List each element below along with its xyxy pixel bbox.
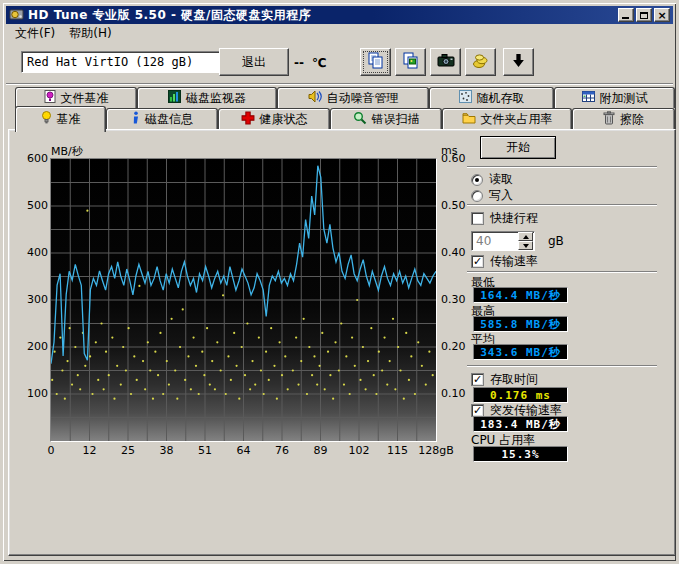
donate-hand-icon: [472, 53, 490, 72]
read-radio[interactable]: [471, 174, 483, 186]
bulb-icon: [41, 111, 52, 128]
red-cross-icon: [241, 111, 255, 128]
menu-file[interactable]: 文件(F): [8, 23, 62, 44]
axis-tick-label: 100: [27, 387, 48, 400]
capacity-value: 40: [472, 234, 518, 248]
axis-tick-label: 0.20: [441, 340, 466, 353]
start-button[interactable]: 开始: [480, 136, 556, 159]
spin-up-button[interactable]: [518, 232, 533, 241]
transfer-rate-row[interactable]: ✓ 传输速率: [471, 253, 538, 270]
tab-row-secondary: 文件基准 磁盘监视器 自动噪音管理 随机存取 附加测试: [15, 87, 675, 108]
close-button[interactable]: ×: [654, 8, 670, 22]
download-button[interactable]: [503, 48, 534, 76]
access-time-display: 0.176 ms: [473, 387, 568, 403]
trash-icon: [603, 111, 615, 128]
tab-benchmark[interactable]: 基准: [15, 106, 106, 132]
access-time-label: 存取时间: [490, 371, 538, 388]
tab-error-scan[interactable]: 错误扫描: [330, 108, 442, 130]
folder-icon: [462, 112, 476, 127]
left-axis-ticks: 600500400300200100: [11, 159, 48, 441]
axis-tick-label: 400: [27, 246, 48, 259]
tab-file-benchmark[interactable]: 文件基准: [15, 87, 137, 108]
separator: [467, 365, 657, 367]
axis-tick-label: 200: [27, 340, 48, 353]
close-icon: ×: [657, 10, 666, 21]
window-title: HD Tune 专业版 5.50 - 硬盘/固态硬盘实用程序: [28, 7, 311, 24]
exit-button[interactable]: 退出: [219, 48, 289, 76]
down-arrow-icon: [523, 244, 529, 248]
short-stroke-checkbox[interactable]: [471, 212, 484, 225]
tab-disk-info[interactable]: 磁盘信息: [106, 108, 218, 130]
access-time-row[interactable]: ✓ 存取时间: [471, 371, 538, 388]
left-axis-unit: MB/秒: [51, 144, 83, 159]
tab-label: 磁盘信息: [145, 111, 193, 128]
down-arrow-icon: [511, 53, 526, 71]
menu-help[interactable]: 帮助(H): [62, 23, 118, 44]
tab-label: 错误扫描: [372, 111, 420, 128]
axis-tick-label: 89: [314, 444, 328, 457]
short-stroke-row[interactable]: 快捷行程: [471, 210, 538, 227]
bar-chart-icon: [168, 90, 181, 106]
tab-label: 健康状态: [260, 111, 308, 128]
table-grid-icon: [582, 90, 595, 106]
axis-tick-label: 38: [160, 444, 174, 457]
up-arrow-icon: [523, 235, 529, 239]
axis-tick-label: 0.60: [441, 152, 466, 165]
title-bar[interactable]: HD Tune 专业版 5.50 - 硬盘/固态硬盘实用程序 ×: [6, 6, 673, 24]
maximize-icon: [640, 12, 648, 19]
speaker-icon: [308, 90, 322, 106]
transfer-rate-checkbox[interactable]: ✓: [471, 255, 484, 268]
capacity-unit-label: gB: [548, 234, 564, 248]
tab-disk-monitor[interactable]: 磁盘监视器: [137, 87, 277, 108]
axis-tick-label: 102: [349, 444, 370, 457]
read-radio-row[interactable]: 读取: [471, 171, 513, 188]
write-radio-row[interactable]: 写入: [471, 187, 513, 204]
burst-rate-display: 183.4 MB/秒: [473, 416, 568, 432]
write-radio[interactable]: [471, 190, 483, 202]
axis-tick-label: 500: [27, 199, 48, 212]
axis-tick-label: 300: [27, 293, 48, 306]
max-value-display: 585.8 MB/秒: [473, 316, 568, 332]
axis-tick-label: 25: [121, 444, 135, 457]
tab-label: 文件夹占用率: [481, 111, 553, 128]
separator: [467, 204, 657, 206]
tab-health[interactable]: 健康状态: [218, 108, 330, 130]
x-axis-ticks: 012253851647689102115128gB: [51, 444, 436, 458]
donate-button[interactable]: [465, 48, 496, 76]
tab-aam[interactable]: 自动噪音管理: [277, 87, 429, 108]
spin-down-button[interactable]: [518, 241, 533, 250]
tab-random-access[interactable]: 随机存取: [429, 87, 554, 108]
toolbar-separator: [6, 83, 673, 85]
menu-bar: 文件(F) 帮助(H): [6, 24, 673, 43]
tab-label: 文件基准: [61, 90, 109, 107]
access-time-checkbox[interactable]: ✓: [471, 373, 484, 386]
axis-tick-label: 0.40: [441, 246, 466, 259]
capacity-spinner[interactable]: 40: [471, 231, 535, 251]
tab-erase[interactable]: 擦除: [572, 108, 675, 130]
minimize-icon: [622, 17, 629, 19]
maximize-button[interactable]: [636, 8, 652, 22]
camera-icon: [437, 53, 455, 71]
minimize-button[interactable]: [618, 8, 634, 22]
avg-value-display: 343.6 MB/秒: [473, 344, 568, 360]
toolbar: Red Hat VirtIO (128 gB) ▼ -- ℃: [6, 43, 673, 83]
tab-label: 擦除: [620, 111, 644, 128]
axis-tick-label: 128gB: [418, 444, 454, 457]
drive-select[interactable]: Red Hat VirtIO (128 gB) ▼: [21, 51, 243, 73]
drive-select-value: Red Hat VirtIO (128 gB): [22, 55, 223, 69]
copy-text-button[interactable]: [360, 48, 391, 76]
tab-folder-usage[interactable]: 文件夹占用率: [442, 108, 572, 130]
tab-extra-tests[interactable]: 附加测试: [554, 87, 675, 108]
read-radio-label: 读取: [489, 171, 513, 188]
axis-tick-label: 0.30: [441, 293, 466, 306]
axis-tick-label: 76: [275, 444, 289, 457]
tab-label: 磁盘监视器: [186, 90, 246, 107]
benchmark-chart: [50, 158, 437, 442]
axis-tick-label: 0.50: [441, 199, 466, 212]
copy-image-button[interactable]: [395, 48, 426, 76]
separator: [467, 271, 657, 273]
temperature-value: --: [294, 56, 304, 70]
axis-tick-label: 600: [27, 152, 48, 165]
screenshot-button[interactable]: [430, 48, 461, 76]
copy-icon: [368, 52, 384, 72]
